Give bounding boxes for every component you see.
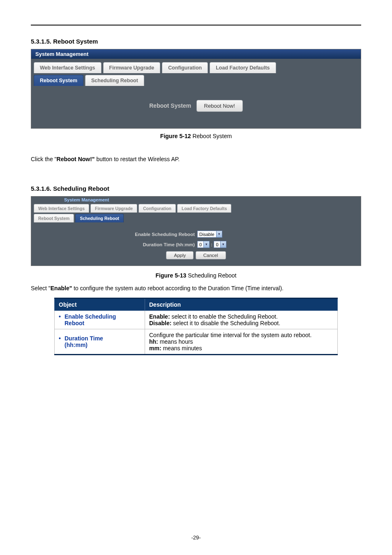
duration-mm-value: 0 — [214, 242, 220, 247]
enable-scheduling-select[interactable]: Disable ▾ — [197, 231, 222, 238]
desc-bold: Enable: — [149, 313, 170, 320]
desc-text: means hours — [158, 338, 193, 345]
duration-hh-select[interactable]: 0 ▾ — [197, 241, 210, 248]
obj-duration-time: •Duration Time (hh:mm) — [55, 329, 145, 355]
para2-bold: Enable" — [51, 285, 72, 291]
th-description: Description — [145, 298, 338, 311]
tab-reboot-system[interactable]: Reboot System — [34, 75, 83, 86]
tab-load-factory-defaults[interactable]: Load Factory Defaults — [210, 62, 276, 73]
para2-pre: Select " — [31, 285, 51, 291]
panel1-title: System Management — [31, 49, 361, 59]
figure-5-13-text: Scheduling Reboot — [186, 272, 236, 279]
section-heading-1: 5.3.1.5. Reboot System — [31, 38, 361, 45]
obj-line: (hh:mm) — [65, 342, 88, 348]
desc-enable-scheduling-reboot: Enable: select it to enable the Scheduli… — [145, 311, 338, 329]
obj-enable-scheduling-reboot: •Enable Scheduling Reboot — [55, 311, 145, 329]
duration-time-label: Duration Time (hh:mm) — [71, 242, 195, 247]
desc-bold: hh: — [149, 338, 158, 345]
scheduling-reboot-panel: System Management Web Interface Settings… — [31, 196, 361, 266]
tab2-firmware-upgrade[interactable]: Firmware Upgrade — [90, 204, 137, 213]
para1-bold: Reboot Now!" — [57, 156, 95, 162]
tab2-reboot-system[interactable]: Reboot System — [34, 214, 74, 222]
top-rule — [31, 25, 361, 25]
obj-line: Enable Scheduling — [65, 313, 116, 320]
tab2-load-factory-defaults[interactable]: Load Factory Defaults — [177, 204, 231, 213]
desc-text: Configure the particular time interval f… — [149, 332, 311, 338]
desc-text: means minutes — [161, 345, 202, 352]
tab2-web-interface-settings[interactable]: Web Interface Settings — [34, 204, 89, 213]
tab-configuration[interactable]: Configuration — [162, 62, 208, 73]
tab-firmware-upgrade[interactable]: Firmware Upgrade — [103, 62, 161, 73]
figure-5-13-caption: Figure 5-13 Scheduling Reboot — [31, 272, 361, 279]
para1-pre: Click the " — [31, 156, 57, 162]
tab2-scheduling-reboot[interactable]: Scheduling Reboot — [75, 214, 124, 222]
th-object: Object — [55, 298, 145, 311]
para-reboot-now: Click the "Reboot Now!" button to restar… — [31, 156, 361, 162]
table-row: •Duration Time (hh:mm) Configure the par… — [55, 329, 338, 355]
section-title-2: Scheduling Reboot — [53, 185, 109, 192]
section-num-1: 5.3.1.5. — [31, 38, 51, 45]
desc-text: select it to enable the Scheduling Reboo… — [170, 313, 278, 320]
obj-line: Duration Time — [65, 335, 103, 342]
para-enable: Select "Enable" to configure the system … — [31, 285, 361, 291]
figure-5-12-caption: Figure 5-12 Reboot System — [31, 133, 361, 139]
tab2-configuration[interactable]: Configuration — [138, 204, 176, 213]
section-heading-2: 5.3.1.6. Scheduling Reboot — [31, 185, 361, 192]
reboot-now-button[interactable]: Reboot Now! — [196, 100, 243, 112]
figure-5-12-prefix: Figure 5-12 — [160, 133, 191, 139]
desc-bold: mm: — [149, 345, 161, 352]
obj-line: Reboot — [65, 320, 84, 326]
apply-button[interactable]: Apply — [166, 251, 194, 259]
panel2-title: System Management — [31, 197, 361, 204]
section-num-2: 5.3.1.6. — [31, 185, 51, 192]
enable-scheduling-label: Enable Scheduling Reboot — [71, 232, 195, 237]
chevron-down-icon: ▾ — [220, 241, 226, 247]
table-row: •Enable Scheduling Reboot Enable: select… — [55, 311, 338, 329]
chevron-down-icon: ▾ — [216, 231, 222, 237]
section-title-1: Reboot System — [53, 38, 98, 45]
tab-scheduling-reboot[interactable]: Scheduling Reboot — [85, 75, 144, 86]
reboot-system-label: Reboot System — [149, 102, 191, 109]
figure-5-12-text: Reboot System — [191, 133, 232, 139]
cancel-button[interactable]: Cancel — [196, 251, 226, 259]
page-number: -29- — [0, 534, 392, 541]
description-table: Object Description •Enable Scheduling Re… — [54, 298, 338, 355]
duration-hh-value: 0 — [198, 242, 203, 247]
desc-bold: Disable: — [149, 320, 171, 326]
time-separator: : — [211, 242, 212, 247]
reboot-system-panel: System Management Web Interface Settings… — [31, 49, 361, 129]
duration-mm-select[interactable]: 0 ▾ — [214, 241, 226, 248]
chevron-down-icon: ▾ — [203, 241, 209, 247]
desc-duration-time: Configure the particular time interval f… — [145, 329, 338, 355]
desc-text: select it to disable the Scheduling Rebo… — [171, 320, 280, 326]
tab-web-interface-settings[interactable]: Web Interface Settings — [34, 62, 101, 73]
para1-post: button to restart the Wireless AP. — [95, 156, 180, 162]
figure-5-13-prefix: Figure 5-13 — [156, 272, 187, 279]
para2-post: to configure the system auto reboot acco… — [72, 285, 284, 291]
enable-scheduling-value: Disable — [198, 232, 216, 237]
